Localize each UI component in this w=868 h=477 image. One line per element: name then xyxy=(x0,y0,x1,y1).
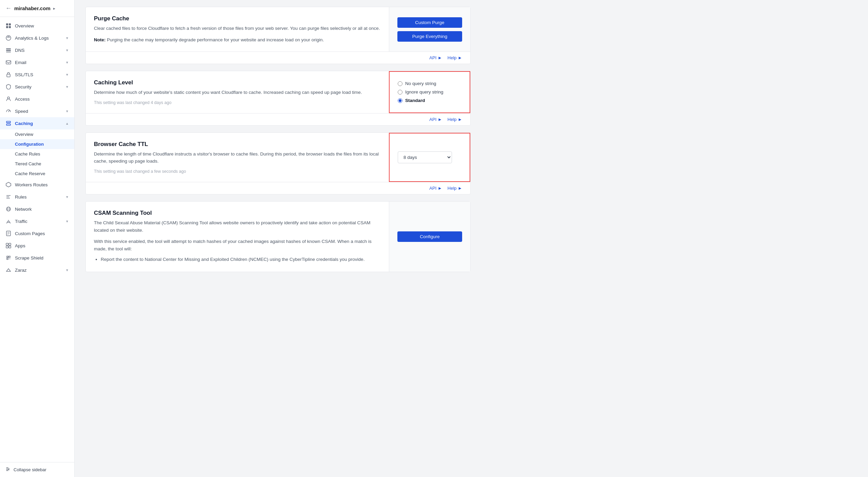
browser-cache-ttl-api-link[interactable]: API ► xyxy=(429,186,442,191)
csam-tool-desc1: The Child Sexual Abuse Material (CSAM) S… xyxy=(94,219,381,234)
svg-rect-1 xyxy=(9,23,11,25)
chart-icon xyxy=(5,35,12,41)
ignore-query-string-option[interactable]: Ignore query string xyxy=(398,89,461,95)
sidebar-item-rules-label: Rules xyxy=(15,194,62,200)
sidebar-item-overview[interactable]: Overview xyxy=(0,20,74,32)
csam-tool-body: CSAM Scanning Tool The Child Sexual Abus… xyxy=(86,202,389,272)
caching-level-radio-group: No query string Ignore query string Stan… xyxy=(398,81,461,103)
svg-rect-0 xyxy=(6,23,8,25)
svg-marker-16 xyxy=(6,182,11,187)
sidebar: ← mirahaber.com ▸ Overview Analytics & L… xyxy=(0,0,75,477)
caching-level-api-link[interactable]: API ► xyxy=(429,117,442,122)
purge-cache-api-link[interactable]: API ► xyxy=(429,55,442,60)
purge-cache-note: Note: Purging the cache may temporarily … xyxy=(94,36,381,44)
sidebar-item-email[interactable]: Email ▼ xyxy=(0,56,74,68)
sidebar-header[interactable]: ← mirahaber.com ▸ xyxy=(0,0,74,17)
sidebar-item-cache-rules[interactable]: Cache Rules xyxy=(0,149,74,159)
sidebar-item-analytics-logs[interactable]: Analytics & Logs ▼ xyxy=(0,32,74,44)
caching-level-title: Caching Level xyxy=(94,79,381,86)
sidebar-item-custom-pages[interactable]: Custom Pages xyxy=(0,227,74,240)
standard-option[interactable]: Standard xyxy=(398,98,461,103)
sidebar-item-traffic[interactable]: Traffic ▼ xyxy=(0,215,74,227)
svg-line-12 xyxy=(8,110,9,112)
sidebar-item-speed-label: Speed xyxy=(15,109,62,114)
svg-rect-8 xyxy=(6,52,11,53)
workers-icon xyxy=(5,182,12,188)
sidebar-item-dns[interactable]: DNS ▼ xyxy=(0,44,74,56)
svg-point-11 xyxy=(7,97,9,99)
sidebar-item-cache-reserve[interactable]: Cache Reserve xyxy=(0,169,74,179)
site-domain: mirahaber.com xyxy=(14,5,51,11)
sidebar-item-scrape-shield[interactable]: Scrape Shield xyxy=(0,252,74,264)
back-arrow-icon[interactable]: ← xyxy=(5,5,12,12)
svg-rect-3 xyxy=(9,26,11,28)
svg-rect-14 xyxy=(6,124,11,125)
svg-rect-6 xyxy=(6,48,11,49)
svg-rect-2 xyxy=(6,26,8,28)
speed-icon xyxy=(5,108,12,114)
shield-icon xyxy=(5,84,12,90)
csam-bullet-1: Report the content to National Center fo… xyxy=(101,256,381,264)
sidebar-item-traffic-label: Traffic xyxy=(15,219,62,224)
chevron-down-icon: ▼ xyxy=(65,73,69,77)
sidebar-item-access[interactable]: Access xyxy=(0,93,74,105)
caching-level-options: No query string Ignore query string Stan… xyxy=(389,71,470,113)
csam-tool-actions: Configure xyxy=(389,202,470,272)
browser-cache-ttl-control: Respect Existing Headers 30 minutes 1 ho… xyxy=(389,133,470,182)
browser-cache-ttl-body: Browser Cache TTL Determine the length o… xyxy=(86,133,389,182)
caching-level-body: Caching Level Determine how much of your… xyxy=(86,71,389,113)
access-icon xyxy=(5,96,12,102)
csam-tool-card: CSAM Scanning Tool The Child Sexual Abus… xyxy=(85,201,471,272)
sidebar-item-rules[interactable]: Rules ▼ xyxy=(0,191,74,203)
sidebar-item-access-label: Access xyxy=(15,97,69,102)
sidebar-item-cache-overview[interactable]: Overview xyxy=(0,129,74,139)
purge-cache-card-inner: Purge Cache Clear cached files to force … xyxy=(86,7,470,51)
zaraz-icon xyxy=(5,267,12,273)
collapse-icon xyxy=(5,466,11,473)
sidebar-item-speed[interactable]: Speed ▼ xyxy=(0,105,74,117)
chevron-down-icon: ▼ xyxy=(65,268,69,272)
svg-rect-9 xyxy=(6,61,11,64)
browser-cache-ttl-desc: Determine the length of time Cloudflare … xyxy=(94,150,381,165)
chevron-down-icon: ▼ xyxy=(65,195,69,199)
chevron-down-icon: ▼ xyxy=(65,61,69,64)
lock-icon xyxy=(5,71,12,78)
purge-cache-help-link[interactable]: Help ► xyxy=(448,55,462,60)
csam-configure-button[interactable]: Configure xyxy=(397,231,462,242)
sidebar-item-zaraz-label: Zaraz xyxy=(15,268,62,273)
sidebar-nav: Overview Analytics & Logs ▼ DNS ▼ Email … xyxy=(0,17,74,462)
sidebar-item-ssl-tls[interactable]: SSL/TLS ▼ xyxy=(0,68,74,81)
chevron-down-icon: ▼ xyxy=(65,48,69,52)
scrape-icon xyxy=(5,255,12,261)
no-query-string-option[interactable]: No query string xyxy=(398,81,461,86)
svg-rect-27 xyxy=(6,243,8,245)
chevron-down-icon: ▼ xyxy=(65,36,69,40)
sidebar-item-tiered-cache[interactable]: Tiered Cache xyxy=(0,159,74,169)
no-query-string-label: No query string xyxy=(405,81,436,86)
sidebar-item-workers-routes[interactable]: Workers Routes xyxy=(0,179,74,191)
caching-level-help-link[interactable]: Help ► xyxy=(448,117,462,122)
sidebar-item-analytics-label: Analytics & Logs xyxy=(15,36,62,41)
sidebar-item-caching[interactable]: Caching ▲ xyxy=(0,117,74,129)
browser-cache-ttl-select[interactable]: Respect Existing Headers 30 minutes 1 ho… xyxy=(398,151,452,163)
sidebar-item-apps[interactable]: Apps xyxy=(0,240,74,252)
sidebar-item-security[interactable]: Security ▼ xyxy=(0,81,74,93)
purge-everything-button[interactable]: Purge Everything xyxy=(397,31,462,42)
svg-rect-13 xyxy=(6,121,11,123)
sidebar-item-dns-label: DNS xyxy=(15,48,62,53)
sidebar-item-network[interactable]: Network xyxy=(0,203,74,215)
sidebar-item-zaraz[interactable]: Zaraz ▼ xyxy=(0,264,74,276)
standard-radio[interactable] xyxy=(398,98,402,103)
ignore-query-string-radio[interactable] xyxy=(398,90,402,95)
collapse-sidebar-button[interactable]: Collapse sidebar xyxy=(0,462,74,477)
chevron-down-icon: ▼ xyxy=(65,220,69,223)
browser-cache-ttl-help-link[interactable]: Help ► xyxy=(448,186,462,191)
custom-purge-button[interactable]: Custom Purge xyxy=(397,17,462,28)
no-query-string-radio[interactable] xyxy=(398,81,402,86)
main-content: Purge Cache Clear cached files to force … xyxy=(75,0,868,477)
sidebar-item-ssl-label: SSL/TLS xyxy=(15,72,62,77)
traffic-icon xyxy=(5,218,12,224)
caching-level-card-inner: Caching Level Determine how much of your… xyxy=(86,71,470,113)
sidebar-item-security-label: Security xyxy=(15,84,62,89)
sidebar-item-cache-configuration[interactable]: Configuration xyxy=(0,139,74,149)
